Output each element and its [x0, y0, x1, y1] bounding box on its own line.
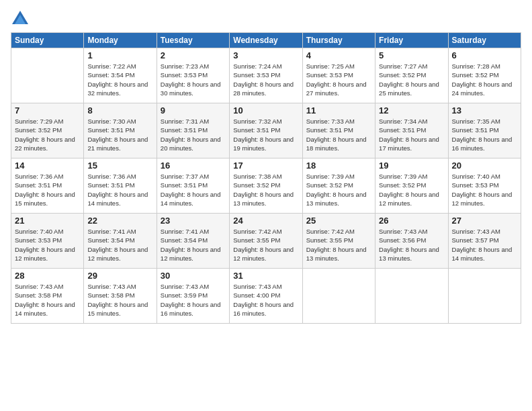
day-number: 28 [15, 271, 80, 281]
logo-icon [11, 9, 30, 28]
page-container: SundayMondayTuesdayWednesdayThursdayFrid… [0, 0, 532, 411]
day-number: 18 [306, 161, 371, 171]
day-number: 4 [306, 50, 371, 60]
day-number: 3 [233, 50, 298, 60]
cell-info: Sunrise: 7:43 AMSunset: 3:58 PMDaylight:… [15, 282, 80, 318]
day-number: 17 [233, 161, 298, 171]
cell-info: Sunrise: 7:39 AMSunset: 3:52 PMDaylight:… [306, 172, 371, 208]
weekday-header-monday: Monday [84, 33, 157, 48]
calendar-cell: 23Sunrise: 7:41 AMSunset: 3:54 PMDayligh… [157, 214, 229, 269]
calendar-cell: 11Sunrise: 7:33 AMSunset: 3:51 PMDayligh… [302, 103, 375, 158]
cell-info: Sunrise: 7:41 AMSunset: 3:54 PMDaylight:… [87, 227, 152, 263]
cell-info: Sunrise: 7:34 AMSunset: 3:51 PMDaylight:… [379, 117, 444, 152]
day-number: 20 [452, 161, 517, 171]
cell-info: Sunrise: 7:40 AMSunset: 3:53 PMDaylight:… [15, 227, 80, 263]
calendar-cell: 26Sunrise: 7:43 AMSunset: 3:56 PMDayligh… [375, 214, 448, 269]
day-number: 19 [379, 161, 444, 171]
calendar-cell [448, 269, 521, 324]
day-number: 25 [306, 216, 371, 226]
cell-info: Sunrise: 7:43 AMSunset: 3:57 PMDaylight:… [452, 227, 517, 263]
cell-info: Sunrise: 7:24 AMSunset: 3:53 PMDaylight:… [233, 62, 298, 97]
day-number: 1 [87, 50, 152, 60]
calendar-cell: 10Sunrise: 7:32 AMSunset: 3:51 PMDayligh… [230, 103, 302, 158]
calendar-cell: 15Sunrise: 7:36 AMSunset: 3:51 PMDayligh… [84, 158, 157, 214]
cell-info: Sunrise: 7:32 AMSunset: 3:51 PMDaylight:… [233, 117, 298, 152]
cell-info: Sunrise: 7:43 AMSunset: 3:58 PMDaylight:… [87, 282, 152, 318]
day-number: 27 [452, 216, 517, 226]
calendar-cell: 6Sunrise: 7:28 AMSunset: 3:52 PMDaylight… [448, 48, 521, 103]
day-number: 12 [379, 105, 444, 116]
day-number: 31 [233, 271, 298, 281]
calendar-cell: 8Sunrise: 7:30 AMSunset: 3:51 PMDaylight… [84, 103, 157, 158]
day-number: 15 [87, 161, 152, 171]
calendar-cell [11, 48, 84, 103]
day-number: 29 [87, 271, 152, 281]
calendar-header: SundayMondayTuesdayWednesdayThursdayFrid… [11, 33, 521, 48]
day-number: 30 [161, 271, 226, 281]
calendar-week-5: 28Sunrise: 7:43 AMSunset: 3:58 PMDayligh… [11, 269, 521, 324]
calendar-cell: 7Sunrise: 7:29 AMSunset: 3:52 PMDaylight… [11, 103, 84, 158]
calendar-cell: 31Sunrise: 7:43 AMSunset: 4:00 PMDayligh… [230, 269, 302, 324]
calendar-week-4: 21Sunrise: 7:40 AMSunset: 3:53 PMDayligh… [11, 214, 521, 269]
day-number: 22 [87, 216, 152, 226]
cell-info: Sunrise: 7:25 AMSunset: 3:53 PMDaylight:… [306, 62, 371, 97]
calendar-cell: 27Sunrise: 7:43 AMSunset: 3:57 PMDayligh… [448, 214, 521, 269]
calendar-week-2: 7Sunrise: 7:29 AMSunset: 3:52 PMDaylight… [11, 103, 521, 158]
cell-info: Sunrise: 7:39 AMSunset: 3:52 PMDaylight:… [379, 172, 444, 208]
cell-info: Sunrise: 7:43 AMSunset: 3:56 PMDaylight:… [379, 227, 444, 263]
calendar-cell: 28Sunrise: 7:43 AMSunset: 3:58 PMDayligh… [11, 269, 84, 324]
day-number: 7 [15, 105, 80, 116]
cell-info: Sunrise: 7:42 AMSunset: 3:55 PMDaylight:… [233, 227, 298, 263]
cell-info: Sunrise: 7:23 AMSunset: 3:53 PMDaylight:… [161, 62, 226, 97]
cell-info: Sunrise: 7:33 AMSunset: 3:51 PMDaylight:… [306, 117, 371, 152]
cell-info: Sunrise: 7:40 AMSunset: 3:53 PMDaylight:… [452, 172, 517, 208]
calendar-cell: 5Sunrise: 7:27 AMSunset: 3:52 PMDaylight… [375, 48, 448, 103]
calendar-cell: 2Sunrise: 7:23 AMSunset: 3:53 PMDaylight… [157, 48, 229, 103]
weekday-header-wednesday: Wednesday [230, 33, 302, 48]
day-number: 6 [452, 50, 517, 60]
weekday-header-sunday: Sunday [11, 33, 84, 48]
calendar-cell: 25Sunrise: 7:42 AMSunset: 3:55 PMDayligh… [302, 214, 375, 269]
cell-info: Sunrise: 7:31 AMSunset: 3:51 PMDaylight:… [161, 117, 226, 152]
calendar-cell: 13Sunrise: 7:35 AMSunset: 3:51 PMDayligh… [448, 103, 521, 158]
calendar-cell: 30Sunrise: 7:43 AMSunset: 3:59 PMDayligh… [157, 269, 229, 324]
calendar-cell: 19Sunrise: 7:39 AMSunset: 3:52 PMDayligh… [375, 158, 448, 214]
calendar-cell: 16Sunrise: 7:37 AMSunset: 3:51 PMDayligh… [157, 158, 229, 214]
cell-info: Sunrise: 7:36 AMSunset: 3:51 PMDaylight:… [87, 172, 152, 208]
day-number: 9 [161, 105, 226, 116]
calendar-cell: 17Sunrise: 7:38 AMSunset: 3:52 PMDayligh… [230, 158, 302, 214]
calendar-cell: 9Sunrise: 7:31 AMSunset: 3:51 PMDaylight… [157, 103, 229, 158]
cell-info: Sunrise: 7:28 AMSunset: 3:52 PMDaylight:… [452, 62, 517, 97]
day-number: 24 [233, 216, 298, 226]
calendar-cell: 22Sunrise: 7:41 AMSunset: 3:54 PMDayligh… [84, 214, 157, 269]
cell-info: Sunrise: 7:30 AMSunset: 3:51 PMDaylight:… [87, 117, 152, 152]
weekday-header-friday: Friday [375, 33, 448, 48]
day-number: 2 [161, 50, 226, 60]
cell-info: Sunrise: 7:43 AMSunset: 3:59 PMDaylight:… [161, 282, 226, 318]
day-number: 23 [161, 216, 226, 226]
header-row [11, 7, 521, 28]
weekday-header-tuesday: Tuesday [157, 33, 229, 48]
calendar-cell [375, 269, 448, 324]
logo [11, 9, 32, 28]
day-number: 21 [15, 216, 80, 226]
day-number: 26 [379, 216, 444, 226]
day-number: 11 [306, 105, 371, 116]
calendar-cell: 3Sunrise: 7:24 AMSunset: 3:53 PMDaylight… [230, 48, 302, 103]
weekday-row: SundayMondayTuesdayWednesdayThursdayFrid… [11, 33, 521, 48]
cell-info: Sunrise: 7:36 AMSunset: 3:51 PMDaylight:… [15, 172, 80, 208]
calendar-cell: 1Sunrise: 7:22 AMSunset: 3:54 PMDaylight… [84, 48, 157, 103]
calendar-cell: 20Sunrise: 7:40 AMSunset: 3:53 PMDayligh… [448, 158, 521, 214]
cell-info: Sunrise: 7:43 AMSunset: 4:00 PMDaylight:… [233, 282, 298, 318]
cell-info: Sunrise: 7:42 AMSunset: 3:55 PMDaylight:… [306, 227, 371, 263]
weekday-header-thursday: Thursday [302, 33, 375, 48]
cell-info: Sunrise: 7:35 AMSunset: 3:51 PMDaylight:… [452, 117, 517, 152]
calendar-week-1: 1Sunrise: 7:22 AMSunset: 3:54 PMDaylight… [11, 48, 521, 103]
calendar-cell: 21Sunrise: 7:40 AMSunset: 3:53 PMDayligh… [11, 214, 84, 269]
calendar-cell: 14Sunrise: 7:36 AMSunset: 3:51 PMDayligh… [11, 158, 84, 214]
cell-info: Sunrise: 7:37 AMSunset: 3:51 PMDaylight:… [161, 172, 226, 208]
day-number: 13 [452, 105, 517, 116]
day-number: 14 [15, 161, 80, 171]
day-number: 8 [87, 105, 152, 116]
day-number: 16 [161, 161, 226, 171]
